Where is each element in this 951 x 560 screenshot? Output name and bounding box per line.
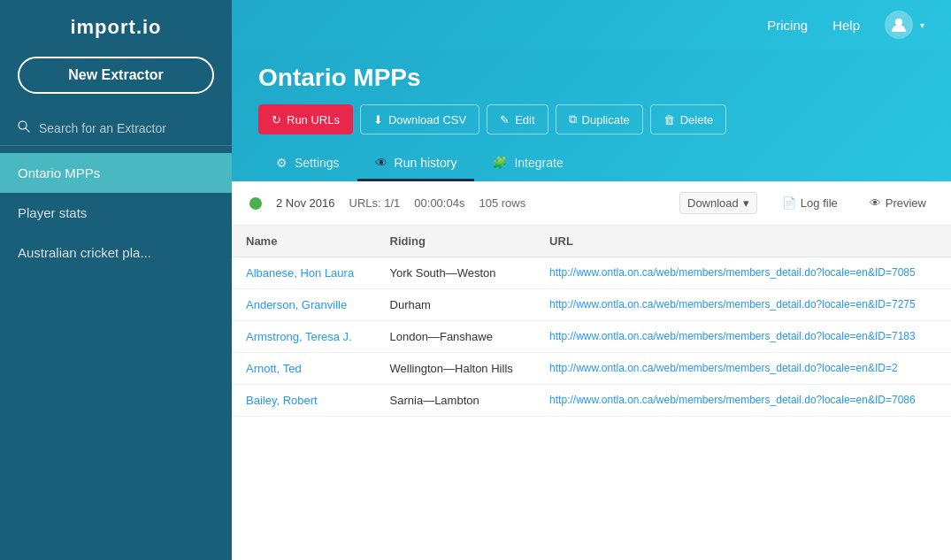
tab-integrate[interactable]: 🧩 Integrate — [474, 147, 580, 181]
data-table: Name Riding URL Albanese, Hon Laura York… — [232, 226, 951, 417]
col-header-name: Name — [232, 226, 376, 257]
pencil-icon: ✎ — [500, 113, 510, 127]
run-row: 2 Nov 2016 URLs: 1/1 00:00:04s 105 rows … — [232, 181, 951, 226]
search-container — [0, 111, 232, 146]
url-link[interactable]: http://www.ontla.on.ca/web/members/membe… — [549, 266, 916, 279]
run-urls-button[interactable]: ↻ Run URLs — [258, 104, 353, 134]
chevron-down-icon: ▾ — [743, 196, 749, 210]
sidebar: import.io New Extractor Ontario MPPs Pla… — [0, 0, 232, 560]
cell-riding: London—Fanshawe — [376, 321, 536, 353]
edit-button[interactable]: ✎ Edit — [487, 104, 548, 134]
cell-url: http://www.ontla.on.ca/web/members/membe… — [535, 257, 951, 289]
name-link[interactable]: Armstrong, Teresa J. — [246, 330, 352, 343]
content-area: 2 Nov 2016 URLs: 1/1 00:00:04s 105 rows … — [232, 181, 951, 560]
help-link[interactable]: Help — [832, 18, 860, 33]
cell-name: Armstrong, Teresa J. — [232, 321, 376, 353]
sidebar-item-australian-cricket[interactable]: Australian cricket pla... — [0, 233, 232, 272]
main-content: Pricing Help ▾ Ontario MPPs ↻ Run URLs — [232, 0, 951, 560]
download-button[interactable]: Download ▾ — [679, 192, 757, 214]
new-extractor-button[interactable]: New Extractor — [18, 57, 214, 94]
search-input[interactable] — [39, 121, 214, 135]
page-title: Ontario MPPs — [258, 64, 924, 92]
gear-icon: ⚙ — [276, 156, 288, 170]
run-actions: Download ▾ 📄 Log file 👁 Preview — [679, 192, 933, 214]
name-link[interactable]: Albanese, Hon Laura — [246, 266, 354, 280]
cell-riding: Durham — [376, 289, 536, 321]
table-header-row: Name Riding URL — [232, 226, 951, 257]
col-header-url: URL — [535, 226, 951, 257]
run-urls: URLs: 1/1 — [349, 196, 401, 210]
sidebar-item-ontario-mpps[interactable]: Ontario MPPs — [0, 153, 232, 193]
copy-icon: ⧉ — [569, 112, 577, 127]
cell-url: http://www.ontla.on.ca/web/members/membe… — [535, 289, 951, 321]
tab-settings[interactable]: ⚙ Settings — [258, 147, 357, 181]
trash-icon: 🗑 — [663, 113, 675, 127]
sidebar-item-player-stats[interactable]: Player stats — [0, 193, 232, 233]
tabs: ⚙ Settings 👁 Run history 🧩 Integrate — [258, 147, 924, 181]
delete-button[interactable]: 🗑 Delete — [650, 104, 727, 134]
tab-run-history[interactable]: 👁 Run history — [357, 147, 475, 181]
preview-button[interactable]: 👁 Preview — [863, 193, 933, 213]
cell-riding: Wellington—Halton Hills — [376, 353, 536, 385]
refresh-icon: ↻ — [272, 113, 281, 127]
table-row: Arnott, Ted Wellington—Halton Hills http… — [232, 353, 951, 385]
eye-icon: 👁 — [375, 156, 387, 170]
cell-name: Arnott, Ted — [232, 353, 376, 385]
url-link[interactable]: http://www.ontla.on.ca/web/members/membe… — [549, 298, 916, 311]
name-link[interactable]: Anderson, Granville — [246, 298, 347, 311]
run-rows: 105 rows — [479, 196, 525, 210]
table-row: Bailey, Robert Sarnia—Lambton http://www… — [232, 385, 951, 417]
download-csv-button[interactable]: ⬇ Download CSV — [360, 104, 479, 134]
duplicate-button[interactable]: ⧉ Duplicate — [556, 104, 643, 134]
user-menu[interactable]: ▾ — [885, 11, 924, 39]
topbar-nav: Pricing Help ▾ — [767, 11, 924, 39]
cell-url: http://www.ontla.on.ca/web/members/membe… — [535, 353, 951, 385]
run-info: 2 Nov 2016 URLs: 1/1 00:00:04s 105 rows — [249, 196, 679, 210]
app-logo: import.io — [0, 0, 232, 57]
run-date: 2 Nov 2016 — [276, 196, 335, 210]
svg-line-1 — [26, 128, 29, 132]
table-row: Anderson, Granville Durham http://www.on… — [232, 289, 951, 321]
cell-riding: Sarnia—Lambton — [376, 385, 536, 417]
col-header-riding: Riding — [376, 226, 536, 257]
preview-eye-icon: 👁 — [870, 196, 881, 210]
svg-point-2 — [895, 19, 902, 26]
header-section: Ontario MPPs ↻ Run URLs ⬇ Download CSV ✎… — [232, 50, 951, 181]
download-icon: ⬇ — [373, 113, 383, 127]
cell-name: Anderson, Granville — [232, 289, 376, 321]
pricing-link[interactable]: Pricing — [767, 18, 808, 33]
name-link[interactable]: Arnott, Ted — [246, 362, 302, 375]
logfile-icon: 📄 — [782, 196, 796, 210]
run-status-dot — [249, 197, 262, 210]
topbar: Pricing Help ▾ — [232, 0, 951, 50]
run-duration: 00:00:04s — [414, 196, 464, 210]
table-row: Armstrong, Teresa J. London—Fanshawe htt… — [232, 321, 951, 353]
cell-name: Bailey, Robert — [232, 385, 376, 417]
url-link[interactable]: http://www.ontla.on.ca/web/members/membe… — [549, 394, 916, 406]
name-link[interactable]: Bailey, Robert — [246, 394, 318, 407]
url-link[interactable]: http://www.ontla.on.ca/web/members/membe… — [549, 362, 898, 374]
cell-url: http://www.ontla.on.ca/web/members/membe… — [535, 385, 951, 417]
avatar — [885, 11, 913, 39]
chevron-down-icon: ▾ — [920, 20, 924, 30]
cell-url: http://www.ontla.on.ca/web/members/membe… — [535, 321, 951, 353]
log-file-button[interactable]: 📄 Log file — [775, 193, 845, 213]
url-link[interactable]: http://www.ontla.on.ca/web/members/membe… — [549, 330, 916, 342]
cell-riding: York South—Weston — [376, 257, 536, 289]
table-row: Albanese, Hon Laura York South—Weston ht… — [232, 257, 951, 289]
search-icon — [18, 120, 30, 136]
puzzle-icon: 🧩 — [492, 156, 507, 170]
cell-name: Albanese, Hon Laura — [232, 257, 376, 289]
toolbar: ↻ Run URLs ⬇ Download CSV ✎ Edit ⧉ Dupli… — [258, 104, 924, 134]
